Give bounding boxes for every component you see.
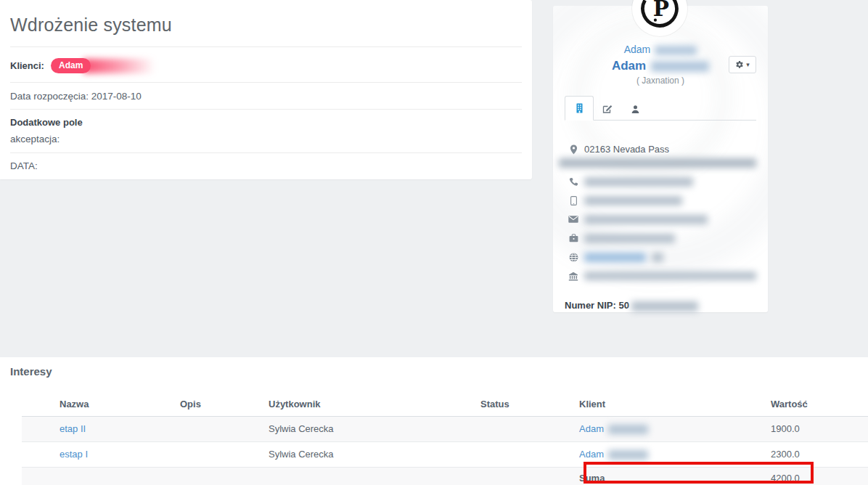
deals-sum-row: Suma 4200.0	[22, 468, 868, 485]
address-row: 02163 Nevada Pass	[568, 144, 756, 155]
phone-icon	[568, 177, 579, 187]
nip-value-prefix: 50	[618, 300, 629, 311]
deal-opis-cell	[171, 417, 260, 442]
project-summary-panel: Wdrożenie systemu Klienci: Adam Data roz…	[0, 0, 532, 179]
extra-field-heading: Dodatkowe pole	[10, 110, 522, 129]
deal-opis-cell	[171, 442, 260, 468]
column-header-status: Status	[472, 396, 570, 417]
tab-organization-details[interactable]	[565, 96, 594, 121]
deal-user-cell: Sylwia Cerecka	[260, 442, 472, 468]
deal-value-cell: 1900.0	[762, 417, 868, 442]
building-icon	[575, 103, 584, 113]
deal-client-cell: Adam	[570, 417, 762, 442]
map-marker-icon	[568, 144, 579, 155]
redacted-surname	[651, 61, 709, 72]
deal-client-link[interactable]: Adam	[579, 423, 604, 434]
spacer-column	[22, 396, 51, 417]
column-header-wartosc: Wartość	[762, 396, 868, 417]
redacted-client-surname	[83, 59, 159, 73]
page: { "colors": { "accent_link": "#4a90cd", …	[0, 0, 868, 485]
clients-field-row: Klienci: Adam	[10, 47, 522, 82]
envelope-icon	[568, 216, 579, 223]
redacted-mobile	[584, 196, 682, 205]
deal-name-link[interactable]: etap II	[60, 423, 86, 434]
settings-menu-button[interactable]: ▾	[729, 56, 756, 73]
nip-field: Numer NIP: 50	[565, 300, 756, 311]
mobile-row	[568, 195, 756, 205]
client-badge[interactable]: Adam	[51, 58, 91, 73]
website-row	[568, 252, 756, 262]
deal-row: etap II Sylwia Cerecka Adam 1900.0	[22, 417, 868, 442]
deal-user-cell: Sylwia Cerecka	[260, 417, 472, 442]
redacted-address-line	[559, 158, 756, 168]
clients-label: Klienci:	[10, 60, 44, 71]
nip-label: Numer NIP:	[565, 300, 616, 311]
contact-name-link-row: Adam	[553, 44, 768, 55]
column-header-opis: Opis	[171, 396, 260, 417]
redacted-client-surname	[608, 450, 648, 460]
deal-status-cell	[472, 417, 570, 442]
deals-heading: Interesy	[10, 365, 52, 378]
redacted-text	[652, 253, 663, 262]
email-row	[568, 214, 756, 224]
deal-status-cell	[472, 442, 570, 468]
contact-name-link[interactable]: Adam	[624, 44, 651, 55]
redacted-nip	[631, 301, 698, 311]
column-header-klient: Klient	[570, 396, 762, 417]
deal-name-link[interactable]: estap I	[60, 449, 88, 460]
tab-contacts[interactable]	[621, 98, 649, 120]
redacted-fax	[584, 234, 675, 243]
redacted-client-surname	[608, 425, 648, 434]
contact-name-bold-link[interactable]: Adam	[612, 59, 646, 73]
redacted-phone	[584, 177, 693, 187]
data-field: DATA:	[10, 153, 522, 182]
gear-icon	[735, 60, 744, 69]
deals-header-row: Nazwa Opis Użytkownik Status Klient Wart…	[22, 396, 868, 417]
deals-table: Nazwa Opis Użytkownik Status Klient Wart…	[22, 396, 868, 485]
address-text: 02163 Nevada Pass	[584, 144, 669, 155]
mobile-icon	[568, 196, 579, 205]
chevron-down-icon: ▾	[746, 62, 750, 68]
fax-row	[568, 233, 756, 243]
bank-icon	[568, 272, 579, 281]
sum-label: Suma	[570, 468, 762, 485]
contact-details-list: 02163 Nevada Pass	[568, 144, 756, 281]
acceptance-field: akceptacja:	[10, 129, 522, 152]
p-logo-icon: P	[636, 0, 684, 33]
company-logo-avatar[interactable]: P	[632, 0, 687, 36]
user-icon	[631, 105, 640, 114]
svg-text:P: P	[653, 0, 669, 21]
phone-row	[568, 176, 756, 187]
briefcase-icon	[568, 234, 579, 242]
redacted-bank-details	[584, 272, 756, 280]
bank-row	[568, 271, 756, 281]
deal-row: estap I Sylwia Cerecka Adam 2300.0	[22, 442, 868, 468]
page-title: Wdrożenie systemu	[10, 0, 522, 46]
client-badge-label: Adam	[59, 60, 83, 70]
deal-client-cell: Adam	[570, 442, 762, 468]
redacted-surname	[655, 46, 697, 55]
deal-value-cell: 2300.0	[762, 442, 868, 468]
column-header-nazwa: Nazwa	[51, 396, 171, 417]
contact-card-tabs	[565, 96, 756, 121]
deals-related-panel: Interesy Nazwa Opis Użytkownik Status Kl…	[0, 357, 868, 485]
deal-client-link[interactable]: Adam	[579, 449, 604, 460]
globe-icon	[568, 253, 579, 262]
tab-edit-notes[interactable]	[594, 98, 621, 120]
redacted-email	[584, 215, 708, 224]
column-header-uzytkownik: Użytkownik	[260, 396, 472, 417]
redacted-website-link[interactable]	[584, 253, 646, 262]
company-name: ( Jaxnation )	[553, 76, 768, 86]
edit-icon	[602, 104, 613, 114]
contact-summary-card: ▾ Adam Adam ( Jaxnation )	[553, 6, 768, 312]
start-date-field: Data rozpoczęcia: 2017-08-10	[10, 83, 522, 109]
sum-value: 4200.0	[762, 468, 868, 485]
